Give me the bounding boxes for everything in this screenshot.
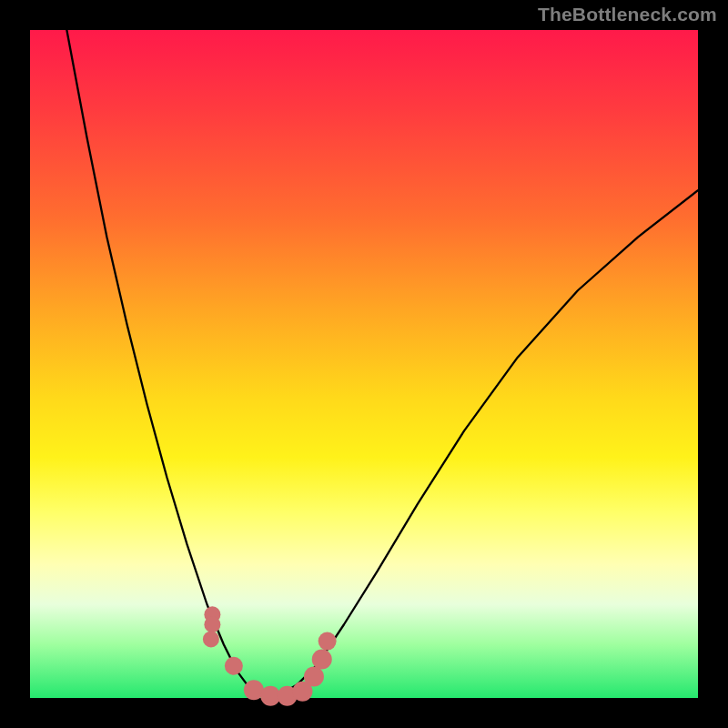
highlight-dot	[312, 649, 332, 669]
highlight-dot	[304, 667, 324, 687]
bottleneck-curve	[30, 0, 698, 698]
highlight-dot	[204, 616, 220, 632]
highlight-dot	[318, 632, 337, 651]
plot-area	[30, 30, 698, 698]
chart-svg	[30, 30, 698, 698]
highlight-dot	[203, 631, 219, 647]
highlight-dot	[225, 657, 243, 675]
chart-frame: TheBottleneck.com	[0, 0, 728, 728]
watermark-text: TheBottleneck.com	[538, 4, 717, 25]
